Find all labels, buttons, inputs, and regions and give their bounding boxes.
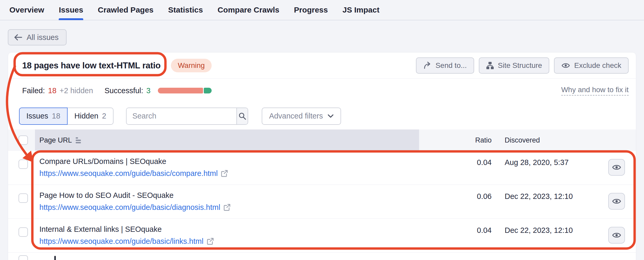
table-row: Internal & External links | SEOquake htt… — [8, 219, 636, 253]
sort-icon — [76, 137, 81, 143]
tab-compare-crawls[interactable]: Compare Crawls — [218, 0, 279, 20]
page-url-header-label: Page URL — [39, 136, 72, 144]
page-title: Page How to do SEO Audit - SEOquake — [39, 189, 231, 201]
ratio-value: 0.04 — [452, 158, 492, 167]
issue-title: 18 pages have low text-HTML ratio — [22, 61, 160, 70]
issue-card-header: 18 pages have low text-HTML ratio Warnin… — [8, 52, 636, 79]
row-checkbox[interactable] — [19, 159, 28, 169]
successful-count: 3 — [146, 86, 151, 95]
discovered-value: Dec 22, 2023, 12:10 — [505, 226, 573, 235]
segment-hidden-label: Hidden — [74, 112, 98, 120]
top-nav: Overview Issues Crawled Pages Statistics… — [0, 0, 644, 20]
send-arrow-icon — [423, 62, 432, 69]
segment-hidden-count: 2 — [102, 112, 106, 120]
issues-hidden-segmented-control: Issues 18 Hidden 2 — [19, 108, 114, 125]
segment-issues[interactable]: Issues 18 — [19, 108, 68, 125]
ratio-value: 0.04 — [452, 226, 492, 235]
exclude-check-button[interactable]: Exclude check — [554, 57, 629, 74]
site-structure-label: Site Structure — [498, 61, 542, 70]
failed-vs-successful-bar — [158, 88, 212, 93]
segment-hidden[interactable]: Hidden 2 — [68, 108, 114, 125]
severity-badge: Warning — [171, 59, 211, 72]
sitemap-icon — [486, 62, 494, 69]
search-input[interactable] — [127, 108, 236, 124]
row-checkbox[interactable] — [19, 255, 28, 260]
table-header: Page URL Ratio Discovered — [8, 129, 636, 151]
external-link-icon[interactable] — [207, 238, 214, 245]
search-button[interactable] — [236, 108, 248, 124]
back-button-label: All issues — [27, 33, 59, 42]
ratio-value: 0.06 — [452, 192, 492, 201]
why-how-to-fix-link[interactable]: Why and how to fix it — [561, 86, 629, 96]
bar-failed-segment — [158, 88, 203, 93]
hide-row-button[interactable] — [608, 227, 625, 244]
page-url-link[interactable]: https://www.seoquake.com/guide/basic/dia… — [39, 201, 220, 213]
hidden-note: +2 hidden — [59, 86, 93, 95]
send-to-label: Send to... — [436, 61, 467, 70]
row-checkbox[interactable] — [19, 193, 28, 203]
search-box — [126, 108, 248, 125]
table-row: Compare URLs/Domains | SEOquake https://… — [8, 151, 636, 185]
external-link-icon[interactable] — [221, 170, 228, 177]
column-header-page-url[interactable]: Page URL — [39, 129, 81, 151]
page-title: Internal & External links | SEOquake — [39, 223, 214, 235]
page-cell: Compare URLs/Domains | SEOquake https://… — [39, 155, 228, 179]
segment-issues-label: Issues — [26, 112, 48, 120]
row-checkbox[interactable] — [19, 227, 28, 237]
page-url-column-highlight — [35, 129, 419, 151]
eye-icon — [612, 163, 622, 171]
successful-label: Successful: — [105, 86, 143, 95]
tab-issues[interactable]: Issues — [59, 0, 83, 20]
column-header-discovered[interactable]: Discovered — [505, 129, 540, 151]
hide-row-button[interactable] — [608, 193, 625, 210]
send-to-button[interactable]: Send to... — [416, 57, 474, 74]
external-link-icon[interactable] — [223, 204, 231, 211]
tab-statistics[interactable]: Statistics — [168, 0, 203, 20]
page-cell: Internal & External links | SEOquake htt… — [39, 223, 214, 247]
discovered-value: Aug 28, 2020, 5:37 — [505, 158, 569, 167]
filter-row: Issues 18 Hidden 2 Advanced filters — [8, 103, 636, 129]
eye-icon — [612, 231, 622, 239]
chevron-down-icon — [327, 114, 334, 118]
bar-successful-segment — [204, 88, 212, 93]
column-header-ratio[interactable]: Ratio — [452, 129, 492, 151]
tab-js-impact[interactable]: JS Impact — [342, 0, 379, 20]
exclude-check-label: Exclude check — [574, 61, 621, 70]
advanced-filters-label: Advanced filters — [269, 112, 323, 120]
row-title-fragment — [54, 256, 56, 260]
tab-progress[interactable]: Progress — [294, 0, 328, 20]
eye-icon — [561, 62, 570, 69]
failed-count: 18 — [48, 86, 56, 95]
site-structure-button[interactable]: Site Structure — [479, 57, 550, 74]
page-url-link[interactable]: https://www.seoquake.com/guide/basic/lin… — [39, 235, 204, 247]
failed-label: Failed: — [22, 86, 45, 95]
header-actions: Send to... Site Structure Exclude check — [416, 57, 629, 74]
search-icon — [238, 112, 247, 120]
page-title: Compare URLs/Domains | SEOquake — [39, 155, 228, 167]
tab-crawled-pages[interactable]: Crawled Pages — [98, 0, 153, 20]
stats-row: Failed: 18 +2 hidden Successful: 3 Why a… — [8, 79, 636, 103]
table-row: Page How to do SEO Audit - SEOquake http… — [8, 185, 636, 219]
all-issues-back-button[interactable]: All issues — [8, 29, 67, 45]
hide-row-button[interactable] — [608, 159, 625, 176]
page-url-link[interactable]: https://www.seoquake.com/guide/basic/com… — [39, 167, 218, 179]
tab-overview[interactable]: Overview — [9, 0, 44, 20]
table-row-partial — [8, 253, 636, 260]
eye-icon — [612, 197, 622, 205]
select-all-checkbox[interactable] — [19, 135, 28, 145]
segment-issues-count: 18 — [52, 112, 60, 120]
check-stats: Failed: 18 +2 hidden Successful: 3 — [22, 86, 212, 95]
page-cell: Page How to do SEO Audit - SEOquake http… — [39, 189, 231, 213]
issue-card: 18 pages have low text-HTML ratio Warnin… — [8, 52, 636, 260]
arrow-left-icon — [14, 34, 22, 41]
advanced-filters-dropdown[interactable]: Advanced filters — [262, 108, 341, 125]
discovered-value: Dec 22, 2023, 12:10 — [505, 192, 573, 201]
